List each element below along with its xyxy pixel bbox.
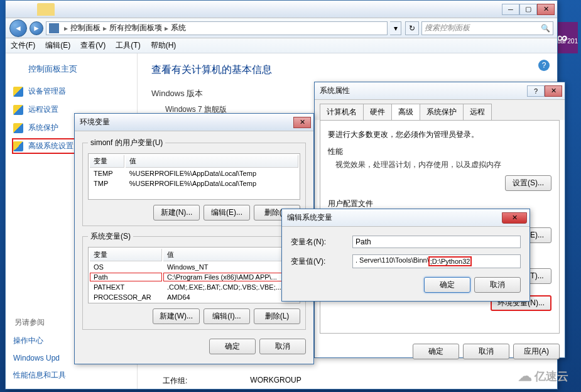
sidebar-title[interactable]: 控制面板主页: [28, 63, 131, 75]
cloud-icon: ☁: [518, 368, 532, 384]
editvar-title: 编辑系统变量: [287, 212, 332, 223]
sys-edit-button[interactable]: 编辑(I)...: [204, 308, 250, 324]
breadcrumb[interactable]: ▸ 控制面板 ▸ 所有控制面板项 ▸ 系统: [46, 21, 388, 35]
folder-tab-icon: [37, 3, 55, 16]
user-vars-table[interactable]: 变量值 TEMP%USERPROFILE%\AppData\Local\Temp…: [88, 153, 300, 200]
table-row-path: PathC:\Program Files (x86)\AMD APP\...: [90, 273, 298, 281]
value-highlight: ;D:\Python32: [428, 256, 472, 266]
user-vars-legend: simonf 的用户变量(U): [88, 138, 165, 148]
shield-icon: [13, 105, 23, 115]
watermark: ☁ 亿速云: [518, 368, 568, 384]
user-vars-fieldset: simonf 的用户变量(U) 变量值 TEMP%USERPROFILE%\Ap…: [82, 138, 306, 226]
sysprops-cancel-button[interactable]: 取消: [463, 344, 509, 359]
menu-help[interactable]: 帮助(H): [151, 40, 176, 51]
envvar-close-button[interactable]: ✕: [293, 117, 311, 128]
table-row: PATHEXT.COM;.EXE;.BAT;.CMD;.VBS;.VBE;...: [90, 283, 298, 291]
main-heading: 查看有关计算机的基本信息: [151, 63, 543, 77]
close-button[interactable]: ✕: [537, 4, 555, 15]
visual-studio-label: ual 201: [557, 38, 578, 45]
table-row: TMP%USERPROFILE%\AppData\Local\Temp: [90, 179, 298, 188]
see-also-perf-info[interactable]: 性能信息和工具: [12, 368, 131, 383]
var-name-label: 变量名(N):: [291, 237, 341, 248]
crumb-2[interactable]: 所有控制面板项: [109, 23, 162, 33]
menu-view[interactable]: 查看(V): [80, 40, 106, 51]
editvar-ok-button[interactable]: 确定: [424, 277, 470, 293]
shield-icon: [13, 141, 23, 151]
menu-file[interactable]: 文件(F): [11, 40, 35, 51]
help-icon[interactable]: ?: [538, 60, 550, 71]
editvar-close-button[interactable]: ✕: [502, 212, 527, 224]
perf-settings-button[interactable]: 设置(S)...: [505, 175, 551, 191]
env-variables-dialog: 环境变量 ✕ simonf 的用户变量(U) 变量值 TEMP%USERPROF…: [74, 113, 314, 364]
main-titlebar: ─ ▢ ✕: [6, 1, 557, 18]
userprof-label: 用户配置文件: [328, 199, 551, 209]
tab-hardware[interactable]: 硬件: [363, 104, 392, 120]
sys-delete-button[interactable]: 删除(L): [254, 308, 300, 324]
workgroup-value: WORKGROUP: [250, 376, 301, 386]
shield-icon: [13, 87, 23, 97]
shield-icon: [13, 123, 23, 133]
sysprops-apply-button[interactable]: 应用(A): [513, 344, 560, 359]
sidebar-item-device-manager[interactable]: 设备管理器: [12, 84, 131, 99]
sysprops-title: 系统属性: [320, 85, 350, 96]
sys-vars-legend: 系统变量(S): [88, 231, 133, 242]
sysprops-help-button[interactable]: ?: [527, 85, 545, 97]
sysprops-ok-button[interactable]: 确定: [413, 344, 459, 359]
perf-label: 性能: [328, 146, 551, 157]
perf-desc: 视觉效果，处理器计划，内存使用，以及虚拟内存: [335, 160, 551, 170]
envvar-title: 环境变量: [80, 117, 110, 128]
var-name-input[interactable]: [352, 236, 521, 248]
sys-new-button[interactable]: 新建(W)...: [153, 308, 200, 324]
nav-back-button[interactable]: ◄: [9, 19, 27, 37]
user-edit-button[interactable]: 编辑(E)...: [204, 205, 250, 220]
nav-forward-button[interactable]: ►: [30, 21, 43, 35]
refresh-button[interactable]: ↻: [405, 21, 419, 35]
table-row: PROCESSOR_ARAMD64: [90, 293, 298, 302]
tab-protection[interactable]: 系统保护: [420, 104, 464, 120]
editvar-cancel-button[interactable]: 取消: [474, 277, 521, 293]
tab-advanced[interactable]: 高级: [391, 104, 420, 120]
sys-vars-table[interactable]: 变量值 OSWindows_NT PathC:\Program Files (x…: [88, 247, 300, 303]
admin-note: 要进行大多数更改，您必须作为管理员登录。: [328, 129, 551, 140]
menu-bar: 文件(F) 编辑(E) 查看(V) 工具(T) 帮助(H): [6, 38, 557, 53]
minimize-button[interactable]: ─: [502, 4, 519, 15]
breadcrumb-dropdown[interactable]: ▾: [390, 21, 401, 35]
tab-remote[interactable]: 远程: [463, 104, 492, 120]
sysprops-tabs: 计算机名 硬件 高级 系统保护 远程: [315, 100, 565, 120]
crumb-3[interactable]: 系统: [171, 23, 186, 33]
tab-computer-name[interactable]: 计算机名: [320, 104, 364, 120]
nav-bar: ◄ ► ▸ 控制面板 ▸ 所有控制面板项 ▸ 系统 ▾ ↻ 搜索控制面板 🔍: [6, 18, 557, 38]
var-value-input[interactable]: . Server\110\Tools\Binn\;D:\Python32: [352, 254, 521, 268]
search-input[interactable]: 搜索控制面板 🔍: [421, 21, 553, 35]
var-value-label: 变量值(V):: [291, 256, 341, 267]
search-icon: 🔍: [541, 24, 550, 33]
table-row: OSWindows_NT: [90, 263, 298, 271]
envvar-cancel-button[interactable]: 取消: [259, 339, 306, 354]
maximize-button[interactable]: ▢: [519, 4, 537, 15]
workgroup-label: 工作组:: [163, 376, 187, 386]
user-new-button[interactable]: 新建(N)...: [153, 205, 200, 220]
sys-vars-fieldset: 系统变量(S) 变量值 OSWindows_NT PathC:\Program …: [82, 231, 306, 330]
edit-variable-dialog: 编辑系统变量 ✕ 变量名(N): 变量值(V): . Server\110\To…: [281, 209, 530, 302]
table-row: TEMP%USERPROFILE%\AppData\Local\Temp: [90, 169, 298, 178]
menu-tools[interactable]: 工具(T): [116, 40, 140, 51]
menu-edit[interactable]: 编辑(E): [45, 40, 70, 51]
crumb-1[interactable]: 控制面板: [70, 23, 100, 33]
sysprops-close-button[interactable]: ✕: [545, 85, 562, 97]
envvar-ok-button[interactable]: 确定: [209, 339, 256, 354]
control-panel-icon: [49, 23, 59, 33]
